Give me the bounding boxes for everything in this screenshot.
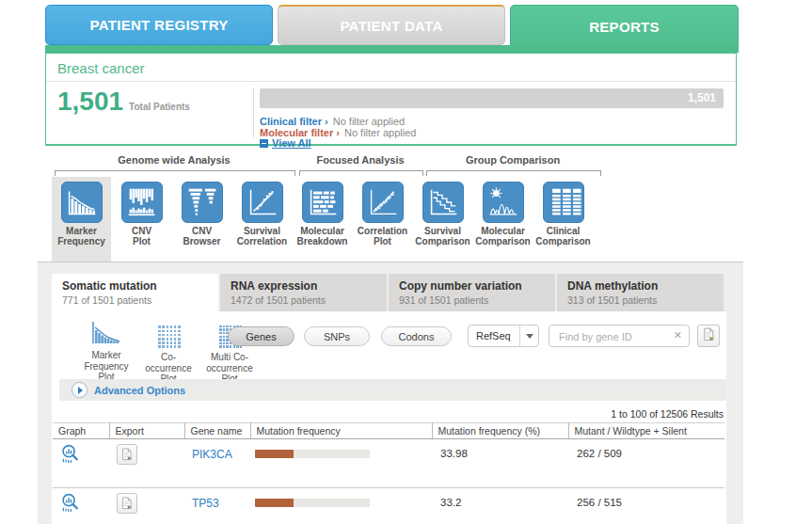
mutation-frequency-bar: [255, 450, 370, 458]
molecular-filter-value: No filter applied: [344, 127, 416, 138]
gene-link[interactable]: TP53: [192, 497, 219, 510]
document-export-icon: [701, 326, 717, 346]
marker-frequency-icon: [61, 182, 103, 223]
gene-link[interactable]: PIK3CA: [192, 448, 232, 461]
group-bracket: [426, 170, 601, 176]
table-row: PIK3CA 33.98 262 / 509: [53, 439, 724, 488]
header-graph: Graph: [53, 423, 109, 439]
plot-mode-marker-frequency[interactable]: MarkerFrequencyPlot: [71, 319, 142, 383]
cnv-plot-icon: [121, 182, 163, 223]
tool-survival-comparison[interactable]: SurvivalComparison: [413, 177, 472, 262]
snps-button[interactable]: SNPs: [304, 326, 370, 346]
table-header-row: Graph Export Gene name Mutation frequenc…: [53, 423, 724, 439]
marker-frequency-plot-icon: [71, 319, 142, 347]
table-row: TP53 33.2 256 / 515: [53, 488, 724, 524]
expand-arrow-icon: [72, 382, 88, 398]
mutation-pct: 33.98: [432, 439, 568, 488]
total-patients-count: 1,501: [57, 87, 123, 116]
molecular-comparison-icon: [483, 182, 524, 223]
plot-mode-co-occurrence[interactable]: Co-occurrencePlot: [138, 321, 199, 385]
data-panel: Somatic mutation 771 of 1501 patients RN…: [38, 262, 743, 524]
data-tab-somatic-mutation[interactable]: Somatic mutation 771 of 1501 patients: [52, 274, 218, 311]
data-tab-rna-expression[interactable]: RNA expression 1472 of 1501 patients: [220, 274, 387, 311]
group-bracket: [299, 170, 423, 176]
refseq-select[interactable]: RefSeq: [468, 325, 539, 347]
group-bracket: [55, 170, 295, 176]
chevron-down-icon[interactable]: [519, 326, 538, 346]
header-mutation-frequency: Mutation frequency: [250, 423, 432, 439]
tab-patient-data[interactable]: PATIENT DATA: [278, 5, 505, 45]
patient-portal-page: PATIENT REGISTRY PATIENT DATA REPORTS Br…: [0, 0, 812, 524]
mutation-frequency-bar: [255, 499, 370, 507]
data-tab-dna-methylation[interactable]: DNA methylation 313 of 1501 patients: [557, 274, 724, 311]
survival-correlation-icon: [242, 182, 283, 223]
header-export: Export: [109, 423, 184, 439]
codons-button[interactable]: Codons: [381, 326, 452, 346]
advanced-options-toggle[interactable]: Advanced Options: [59, 379, 726, 401]
export-row-button[interactable]: [117, 493, 137, 514]
graph-magnifier-icon[interactable]: [60, 500, 82, 516]
export-gene-list-button[interactable]: [697, 325, 720, 347]
top-tab-bar: PATIENT REGISTRY PATIENT DATA REPORTS: [45, 5, 739, 48]
tab-reports[interactable]: REPORTS: [510, 5, 739, 48]
cnv-browser-icon: [182, 182, 223, 223]
tool-molecular-comparison[interactable]: MolecularComparison: [473, 177, 533, 262]
study-panel: Breast cancer 1,501Total Patients 1,501 …: [45, 53, 737, 146]
survival-comparison-icon: [422, 182, 464, 223]
accent-strip: [45, 45, 739, 53]
tool-marker-frequency[interactable]: MarkerFrequency: [52, 177, 111, 262]
patient-count-bar: 1,501: [260, 88, 724, 108]
results-info: 1 to 100 of 12506 Results: [611, 408, 724, 420]
mutant-ratio: 262 / 509: [568, 439, 724, 488]
clear-search-icon[interactable]: ✕: [674, 329, 682, 341]
genes-button[interactable]: Genes: [228, 326, 295, 346]
header-mutation-frequency-pct: Mutation frequency (%): [432, 423, 568, 439]
header-mutant-wildtype: Mutant / Wildtype + Silent: [568, 423, 724, 439]
tool-survival-correlation[interactable]: SurvivalCorrelation: [232, 177, 292, 262]
tool-clinical-comparison[interactable]: ClinicalComparison: [533, 177, 593, 262]
tool-cnv-plot[interactable]: CNVPlot: [112, 177, 171, 262]
co-occurrence-plot-icon: [157, 326, 181, 349]
clinical-filter-link[interactable]: Clinical filter ›: [260, 116, 328, 127]
tab-patient-registry[interactable]: PATIENT REGISTRY: [45, 5, 273, 45]
tool-cnv-browser[interactable]: CNVBrowser: [172, 177, 231, 262]
tool-molecular-breakdown[interactable]: MolecularBreakdown: [293, 177, 352, 262]
data-tab-copy-number-variation[interactable]: Copy number variation 931 of 1501 patien…: [389, 274, 555, 311]
clinical-comparison-icon: [543, 182, 584, 223]
gene-search-box: ✕: [549, 325, 690, 347]
divider: [253, 87, 254, 138]
total-patients-label: Total Patients: [129, 102, 190, 112]
analysis-tool-strip: Genome wide Analysis Focused Analysis Gr…: [38, 151, 743, 262]
somatic-mutation-content: MarkerFrequencyPlot Co-occurrencePlot Mu…: [52, 311, 726, 524]
correlation-plot-icon: [362, 182, 404, 223]
gene-search-input[interactable]: [557, 326, 672, 347]
tool-correlation-plot[interactable]: CorrelationPlot: [353, 177, 412, 262]
group-header-genome-wide: Genome wide Analysis: [55, 154, 294, 166]
header-gene-name: Gene name: [184, 423, 250, 439]
group-header-focused: Focused Analysis: [299, 154, 422, 166]
graph-magnifier-icon[interactable]: [60, 452, 82, 468]
group-header-comparison: Group Comparison: [426, 154, 599, 166]
data-type-tabs: Somatic mutation 771 of 1501 patients RN…: [52, 274, 724, 311]
view-all-link[interactable]: View All: [272, 137, 311, 149]
clinical-filter-value: No filter applied: [333, 116, 405, 127]
mutation-pct: 33.2: [432, 488, 568, 524]
export-row-button[interactable]: [117, 444, 137, 465]
study-title: Breast cancer: [46, 54, 736, 82]
mutant-ratio: 256 / 515: [568, 488, 724, 524]
view-all-icon: [260, 139, 268, 148]
molecular-breakdown-icon: [302, 182, 343, 223]
gene-results-table: Graph Export Gene name Mutation frequenc…: [53, 422, 724, 524]
